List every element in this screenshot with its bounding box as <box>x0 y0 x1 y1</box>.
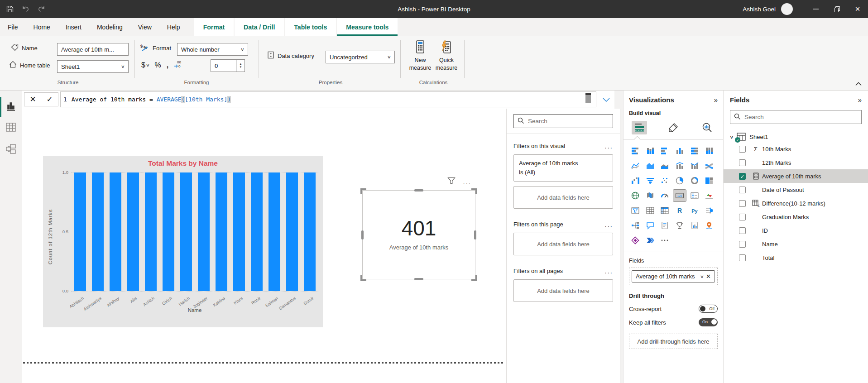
more-options-icon[interactable]: ... <box>604 267 613 275</box>
chart-bar[interactable] <box>251 172 263 291</box>
table-node-sheet1[interactable]: ∨ ✓ Sheet1 <box>730 131 862 142</box>
report-view-button[interactable] <box>5 101 18 113</box>
undo-icon[interactable] <box>22 6 29 13</box>
currency-format-button[interactable]: $∨ <box>141 61 149 69</box>
collapse-pane-icon[interactable]: » <box>714 96 718 104</box>
percent-format-button[interactable]: % <box>155 61 161 69</box>
power-automate-icon[interactable] <box>644 235 657 246</box>
field-item-name[interactable]: Name <box>724 237 868 251</box>
close-button[interactable]: × <box>847 0 868 18</box>
card-icon[interactable]: 123 <box>673 190 686 201</box>
decomposition-tree-icon[interactable] <box>629 220 642 231</box>
power-apps-icon[interactable] <box>629 235 642 246</box>
quick-measure-button[interactable]: Quick measure <box>434 40 459 72</box>
tab-insert[interactable]: Insert <box>58 18 89 36</box>
field-checkbox[interactable] <box>739 227 746 234</box>
filter-dropzone[interactable]: Add data fields here <box>513 233 613 255</box>
tab-home[interactable]: Home <box>26 18 58 36</box>
chart-bar[interactable] <box>145 172 157 291</box>
filter-card[interactable]: Average of 10th marksis (All) <box>513 154 613 182</box>
clustered-bar-chart-icon[interactable] <box>658 145 671 157</box>
chart-bar[interactable] <box>269 172 280 291</box>
tab-file[interactable]: File <box>0 18 26 36</box>
treemap-icon[interactable] <box>703 175 715 187</box>
100-stacked-bar-chart-icon[interactable] <box>688 145 701 157</box>
bar-chart-visual[interactable]: Total Marks by Name Count of 12th Marks … <box>43 156 323 327</box>
arcgis-map-icon[interactable] <box>703 220 715 231</box>
clustered-column-chart-icon[interactable] <box>673 145 686 157</box>
matrix-icon[interactable] <box>658 205 671 216</box>
new-measure-button[interactable]: New measure <box>408 40 433 72</box>
field-checkbox[interactable] <box>739 146 746 153</box>
format-select[interactable]: Whole number∨ <box>177 43 248 56</box>
selection-handle[interactable] <box>471 275 477 281</box>
minimize-button[interactable] <box>806 0 826 18</box>
field-checkbox[interactable] <box>739 159 746 166</box>
field-checkbox[interactable]: ✓ <box>739 173 746 180</box>
chart-bar[interactable] <box>163 172 174 291</box>
chart-bar[interactable] <box>127 172 139 291</box>
funnel-chart-icon[interactable] <box>644 175 657 187</box>
chart-bar[interactable] <box>216 172 227 291</box>
fields-search-input[interactable] <box>744 114 858 120</box>
table-icon[interactable] <box>644 205 657 216</box>
paginated-report-icon[interactable] <box>688 220 701 231</box>
smart-narrative-icon[interactable] <box>658 220 671 231</box>
account-name[interactable]: Ashish Goel <box>743 6 776 13</box>
field-item-12th-marks[interactable]: 12th Marks <box>724 156 868 169</box>
save-icon[interactable] <box>6 5 14 13</box>
field-item-difference-10-12-marks-[interactable]: ΣDifference(10-12 marks) <box>724 196 868 210</box>
field-checkbox[interactable] <box>739 200 746 207</box>
chart-bar[interactable] <box>198 172 210 291</box>
home-table-select[interactable]: Sheet1∨ <box>57 60 129 73</box>
chart-bar[interactable] <box>110 172 121 291</box>
chart-bar[interactable] <box>180 172 192 291</box>
more-options-icon[interactable] <box>658 235 671 246</box>
field-checkbox[interactable] <box>739 187 746 193</box>
data-view-button[interactable] <box>5 121 18 134</box>
100-stacked-column-chart-icon[interactable] <box>703 145 715 157</box>
line-chart-icon[interactable] <box>629 160 642 172</box>
decimal-shift-icon[interactable]: 000 <box>174 60 184 70</box>
chart-bar[interactable] <box>74 172 86 291</box>
chart-bar[interactable] <box>233 172 245 291</box>
more-options-icon[interactable]: ... <box>604 220 613 228</box>
filters-search[interactable] <box>513 114 613 128</box>
field-checkbox[interactable] <box>739 214 746 220</box>
analytics-tab[interactable] <box>700 121 715 134</box>
chevron-down-icon[interactable]: ∨ <box>700 274 704 279</box>
field-pill[interactable]: Average of 10th marks ∨ ✕ <box>632 270 715 282</box>
collapse-ribbon-icon[interactable] <box>855 80 862 88</box>
filled-map-icon[interactable] <box>644 190 657 201</box>
selection-handle[interactable] <box>414 278 423 280</box>
filter-dropzone[interactable]: Add data fields here <box>513 186 613 209</box>
selection-handle[interactable] <box>360 275 366 281</box>
waterfall-chart-icon[interactable] <box>629 175 642 187</box>
filter-dropzone[interactable]: Add data fields here <box>513 279 613 302</box>
remove-field-icon[interactable]: ✕ <box>706 273 711 280</box>
card-visual[interactable]: ... 401 Average of 10th marks <box>362 190 475 279</box>
kpi-icon[interactable] <box>703 190 715 201</box>
model-view-button[interactable] <box>5 143 18 156</box>
fields-search[interactable] <box>730 110 862 124</box>
line-and-clustered-column-chart-icon[interactable] <box>688 160 701 172</box>
chart-bar[interactable] <box>92 172 104 291</box>
tab-table-tools[interactable]: Table tools <box>285 18 336 36</box>
chart-bar[interactable] <box>286 172 298 291</box>
tab-view[interactable]: View <box>130 18 159 36</box>
cancel-formula-button[interactable]: ✕ <box>29 95 36 104</box>
data-category-select[interactable]: Uncategorized∨ <box>326 51 395 63</box>
measure-name-input[interactable]: Average of 10th m... <box>57 43 129 56</box>
decimal-places-stepper[interactable]: 0 ▲▼ <box>211 59 245 72</box>
field-checkbox[interactable] <box>739 241 746 248</box>
field-item-10th-marks[interactable]: Σ10th Marks <box>724 142 868 156</box>
qa-visual-icon[interactable] <box>644 220 657 231</box>
selection-handle[interactable] <box>471 188 477 194</box>
dax-formula-input[interactable]: 1 Average of 10th marks = AVERAGE ( [10t… <box>60 91 596 107</box>
keep-all-filters-toggle[interactable]: On <box>699 318 718 326</box>
chevron-expand-icon[interactable]: ∨ <box>729 134 734 139</box>
expand-formula-bar-icon[interactable] <box>603 96 610 104</box>
selection-handle[interactable] <box>360 188 366 194</box>
map-icon[interactable] <box>629 190 642 201</box>
stepper-up-icon[interactable]: ▲ <box>237 62 245 66</box>
